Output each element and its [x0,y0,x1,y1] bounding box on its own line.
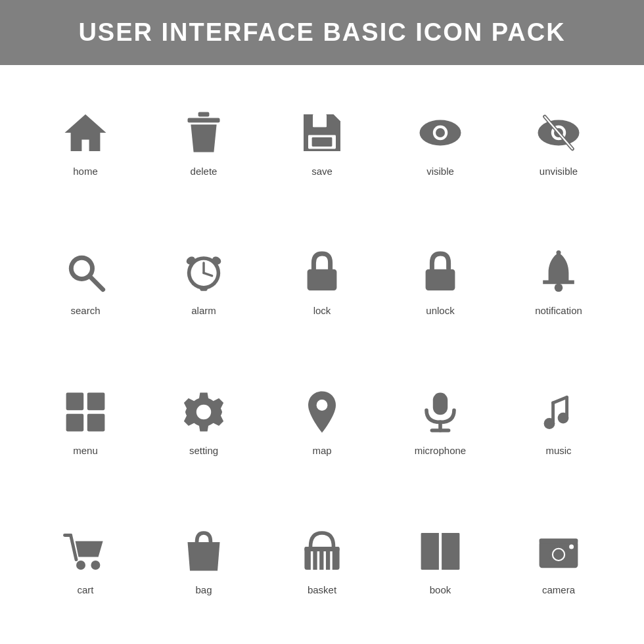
basket-label: basket [308,584,336,595]
page-title: USER INTERFACE BASIC ICON PACK [13,18,631,47]
header: USER INTERFACE BASIC ICON PACK [0,0,644,65]
bag-label: bag [195,584,212,595]
delete-label: delete [191,166,218,177]
svg-rect-31 [87,414,105,432]
svg-line-41 [553,397,567,402]
icon-cell-basket: basket [263,491,381,631]
svg-rect-54 [540,539,578,544]
notification-icon [536,246,582,298]
svg-rect-23 [200,288,207,291]
svg-rect-24 [308,269,337,290]
unlock-icon [417,246,463,298]
home-icon [62,106,108,159]
svg-point-33 [317,400,328,411]
unlock-label: unlock [426,305,454,316]
svg-point-45 [91,561,100,570]
unvisible-icon [536,106,582,159]
basket-icon [299,525,345,578]
cart-label: cart [77,584,93,595]
alarm-icon [181,246,227,298]
icon-cell-cart: cart [26,491,145,631]
icon-cell-visible: visible [381,72,499,212]
search-label: search [70,305,100,316]
svg-rect-2 [188,118,220,122]
icon-cell-microphone: microphone [381,351,499,491]
save-icon [299,106,345,159]
svg-rect-51 [304,547,339,551]
svg-rect-1 [198,112,210,116]
svg-point-26 [555,284,563,292]
visible-icon [417,106,463,159]
icon-cell-camera: camera [499,491,618,631]
svg-point-32 [196,405,211,419]
setting-label: setting [189,445,218,456]
home-label: home [73,166,98,177]
camera-label: camera [542,584,575,595]
icon-cell-lock: lock [263,212,381,352]
icon-cell-setting: setting [145,351,263,491]
microphone-icon [417,386,463,438]
icon-cell-delete: delete [145,72,263,212]
icon-cell-notification: notification [499,212,618,352]
svg-point-40 [558,412,569,423]
svg-point-56 [553,549,564,561]
map-label: map [312,445,331,456]
svg-marker-0 [65,114,106,151]
save-label: save [311,166,333,177]
icon-cell-bag: bag [145,491,263,631]
svg-point-44 [76,561,85,570]
icon-cell-save: save [263,72,381,212]
svg-point-38 [544,418,555,429]
icon-cell-search: search [26,212,145,352]
svg-rect-3 [313,114,327,127]
music-label: music [545,445,571,456]
svg-rect-5 [312,137,333,147]
menu-label: menu [73,445,98,456]
icon-cell-book: book [381,491,499,631]
icon-cell-alarm: alarm [145,212,263,352]
unvisible-label: unvisible [540,166,578,177]
icon-cell-map: map [263,351,381,491]
svg-line-43 [71,536,76,560]
svg-point-57 [569,545,574,549]
book-label: book [430,584,451,595]
notification-label: notification [535,305,582,316]
svg-point-15 [74,260,90,277]
map-icon [299,386,345,438]
svg-rect-28 [66,392,84,410]
bag-icon [181,525,227,578]
camera-icon [536,525,582,578]
lock-label: lock [313,305,331,316]
svg-point-27 [557,250,561,255]
svg-rect-25 [426,269,455,290]
icon-cell-unvisible: unvisible [499,72,618,212]
lock-icon [299,246,345,298]
svg-line-16 [91,278,103,290]
svg-rect-29 [87,392,105,410]
alarm-label: alarm [191,305,216,316]
menu-icon [62,386,108,438]
icon-cell-unlock: unlock [381,212,499,352]
music-icon [536,386,582,438]
icon-grid: home delete save [0,65,644,637]
icon-cell-home: home [26,72,145,212]
icon-cell-menu: menu [26,351,145,491]
icon-cell-music: music [499,351,618,491]
svg-point-8 [436,128,445,137]
book-icon [417,525,463,578]
svg-rect-30 [66,414,84,432]
svg-rect-34 [433,392,448,415]
microphone-label: microphone [415,445,466,456]
delete-icon [181,106,227,159]
visible-label: visible [426,166,454,177]
setting-icon [181,386,227,438]
svg-rect-52 [439,533,442,570]
cart-icon [62,525,108,578]
search-icon [62,246,108,298]
